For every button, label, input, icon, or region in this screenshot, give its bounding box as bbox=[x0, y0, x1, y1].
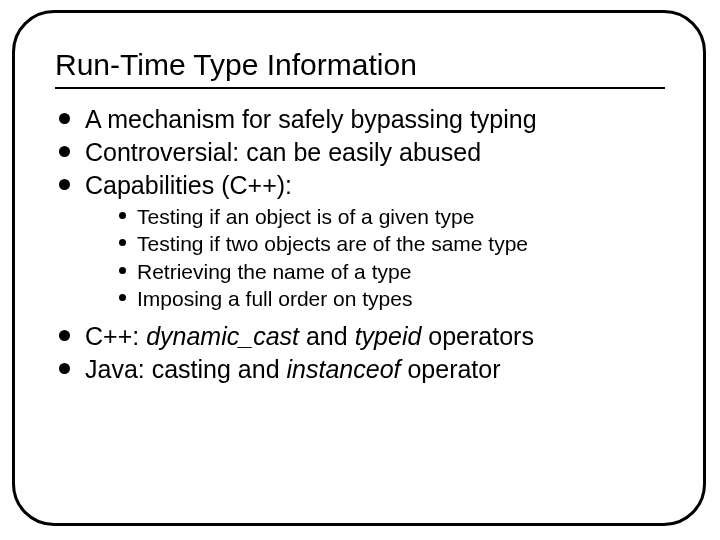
code-term: typeid bbox=[355, 322, 422, 350]
sub-bullet-item: Retrieving the name of a type bbox=[85, 258, 675, 285]
bullet-text: Controversial: can be easily abused bbox=[85, 138, 481, 166]
bullet-text-suffix: operator bbox=[400, 355, 500, 383]
title-underline bbox=[55, 87, 665, 89]
bullet-text-mid: and bbox=[299, 322, 355, 350]
sub-bullet-item: Imposing a full order on types bbox=[85, 285, 675, 312]
sub-bullet-text: Testing if two objects are of the same t… bbox=[137, 232, 528, 255]
slide-body: A mechanism for safely bypassing typing … bbox=[55, 103, 675, 385]
bullet-item: Java: casting and instanceof operator bbox=[55, 353, 675, 385]
code-term: instanceof bbox=[287, 355, 401, 383]
bullet-text: A mechanism for safely bypassing typing bbox=[85, 105, 537, 133]
bullet-text-suffix: operators bbox=[421, 322, 534, 350]
slide-title: Run-Time Type Information bbox=[55, 47, 675, 86]
slide-frame: Run-Time Type Information A mechanism fo… bbox=[12, 10, 706, 526]
sub-bullet-text: Testing if an object is of a given type bbox=[137, 205, 474, 228]
code-term: dynamic_cast bbox=[146, 322, 299, 350]
sub-bullet-item: Testing if two objects are of the same t… bbox=[85, 230, 675, 257]
bullet-list: A mechanism for safely bypassing typing … bbox=[55, 103, 675, 385]
bullet-text-prefix: Java: casting and bbox=[85, 355, 287, 383]
bullet-item: A mechanism for safely bypassing typing bbox=[55, 103, 675, 135]
sub-bullet-list: Testing if an object is of a given type … bbox=[85, 203, 675, 312]
sub-bullet-text: Retrieving the name of a type bbox=[137, 260, 411, 283]
bullet-text: Capabilities (C++): bbox=[85, 171, 292, 199]
bullet-item: Capabilities (C++): Testing if an object… bbox=[55, 169, 675, 312]
sub-bullet-item: Testing if an object is of a given type bbox=[85, 203, 675, 230]
bullet-text-prefix: C++: bbox=[85, 322, 146, 350]
bullet-item: Controversial: can be easily abused bbox=[55, 136, 675, 168]
title-block: Run-Time Type Information bbox=[55, 47, 675, 89]
bullet-item: C++: dynamic_cast and typeid operators bbox=[55, 320, 675, 352]
sub-bullet-text: Imposing a full order on types bbox=[137, 287, 412, 310]
